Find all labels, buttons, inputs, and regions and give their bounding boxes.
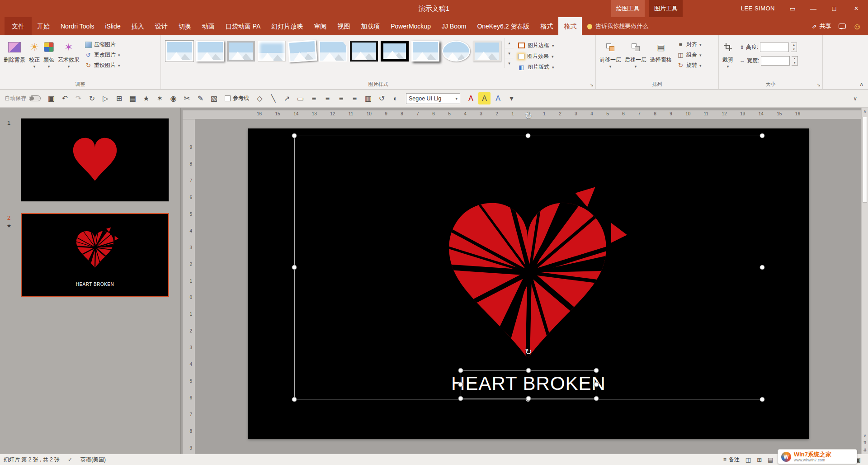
selection-handle[interactable] (458, 368, 463, 373)
start-slideshow-icon[interactable]: ▷ (99, 92, 112, 104)
picture-style-bevel[interactable] (473, 41, 501, 62)
font-color-icon[interactable]: A (465, 92, 477, 104)
notes-button[interactable]: ≡ 备注 (723, 456, 740, 464)
contrast-icon[interactable]: ◐ (389, 92, 401, 104)
undo-icon[interactable]: ↶ (59, 92, 71, 104)
format-painter-icon[interactable]: ✎ (194, 92, 207, 104)
scrollbar-thumb[interactable] (863, 117, 867, 203)
ribbon-tab-8[interactable]: 动画 (197, 17, 220, 35)
selection-handle[interactable] (594, 396, 599, 401)
picture-style-soft[interactable] (258, 41, 286, 62)
shapes-icon[interactable]: ◇ (254, 92, 266, 104)
width-input[interactable] (761, 56, 790, 66)
more-options-icon[interactable]: ▾ (505, 92, 518, 104)
previous-slide-icon[interactable]: ⇈ (862, 439, 868, 446)
selection-handle[interactable] (526, 396, 531, 401)
compress-picture-button[interactable]: 压缩图片 (85, 41, 120, 48)
slide-sorter-button[interactable]: ⊞ (757, 456, 762, 463)
ribbon-tab-5[interactable]: 插入 (126, 17, 150, 35)
picture-border-button[interactable]: 图片边框 ▾ (518, 42, 554, 49)
effects-icon[interactable]: ✶ (154, 92, 166, 104)
picture-style-black[interactable] (350, 41, 378, 62)
scroll-down-icon[interactable]: ∨ (862, 432, 868, 439)
selection-handle[interactable] (760, 133, 765, 138)
ribbon-tab-4[interactable]: iSlide (99, 17, 126, 35)
rotate-object-icon[interactable]: ↺ (376, 92, 388, 104)
ribbon-tab-1[interactable]: 文件 (5, 17, 32, 35)
ribbon-tab-12[interactable]: 视图 (332, 17, 355, 35)
selection-handle[interactable] (526, 133, 531, 138)
new-slide-icon[interactable]: ★ (140, 92, 152, 104)
gallery-scroll-up-icon[interactable]: ▴ (505, 38, 514, 48)
bring-forward-button[interactable]: 前移一层 ▾ (598, 38, 623, 80)
gallery-more-icon[interactable]: ▾ (505, 58, 514, 68)
picture-style-snip[interactable] (319, 41, 347, 62)
comment-icon[interactable] (839, 24, 846, 29)
line-icon[interactable]: ╲ (267, 92, 279, 104)
selection-handle[interactable] (458, 382, 463, 387)
tell-me-box[interactable]: 告诉我你想要做什么 (582, 17, 654, 35)
redo-icon[interactable]: ↷ (72, 92, 85, 104)
text-effects-icon[interactable]: A (492, 92, 504, 104)
rotate-handle-icon[interactable]: ↻ (525, 346, 532, 357)
ribbon-tab-3[interactable]: Nordri Tools (55, 17, 99, 35)
text-highlight-icon[interactable]: A (478, 92, 491, 104)
share-button[interactable]: ⇗ 共享 (812, 22, 831, 30)
selection-handle[interactable] (292, 133, 297, 138)
align-left-icon[interactable]: ≡ (308, 92, 320, 104)
ribbon-tab-7[interactable]: 切换 (173, 17, 197, 35)
cut-icon[interactable]: ✂ (181, 92, 193, 104)
horizontal-ruler[interactable]: 1615141312111098765432101234567891011121… (183, 110, 861, 119)
picture-style-simple[interactable] (165, 41, 193, 62)
dialog-launcher-icon[interactable]: ↘ (590, 82, 594, 87)
distribute-icon[interactable]: ▥ (362, 92, 374, 104)
ribbon-tab-16[interactable]: OneKey6.2 贺春版 (472, 17, 535, 35)
rotate-handle-icon[interactable]: ↻ (525, 111, 532, 121)
ribbon-tab-9[interactable]: 口袋动画 PA (220, 17, 266, 35)
ribbon-tab-18[interactable]: 格式 (558, 17, 582, 35)
text-box-icon[interactable]: ▭ (294, 92, 307, 104)
contextual-tab-drawing-tools[interactable]: 绘图工具 (611, 0, 645, 17)
crop-button[interactable]: 裁剪 ▾ (721, 38, 735, 80)
color-button[interactable]: 颜色 ▾ (42, 38, 56, 80)
width-stepper[interactable]: ▲▼ (792, 56, 798, 66)
picture-style-shadow[interactable] (196, 41, 224, 62)
picture-style-tilt[interactable] (288, 40, 317, 62)
selection-handle[interactable] (594, 368, 599, 373)
toolbar-chevron-icon[interactable]: ∨ (853, 95, 857, 102)
autosave-toggle[interactable]: 自动保存 (5, 95, 41, 102)
justify-icon[interactable]: ≡ (349, 92, 361, 104)
ribbon-tab-14[interactable]: PowerMockup (385, 17, 436, 35)
ribbon-display-options-icon[interactable]: ▭ (782, 0, 803, 17)
ribbon-tab-10[interactable]: 幻灯片放映 (266, 17, 308, 35)
group-button[interactable]: ◫ 组合 ▾ (677, 51, 702, 59)
save-icon[interactable]: ▣ (45, 92, 57, 104)
corrections-button[interactable]: ☀ 校正 ▾ (27, 38, 42, 80)
slide-1-thumbnail[interactable] (21, 118, 169, 202)
artistic-effects-button[interactable]: ✶ 艺术效果 ▾ (56, 38, 81, 80)
contextual-tab-picture-tools[interactable]: 图片工具 (649, 0, 683, 17)
ribbon-tab-2[interactable]: 开始 (32, 17, 55, 35)
normal-view-button[interactable]: ◫ (745, 456, 751, 463)
selection-handle[interactable] (292, 397, 297, 402)
settings-icon[interactable]: ◉ (167, 92, 179, 104)
selection-handle[interactable] (292, 265, 297, 270)
font-name-select[interactable]: Segoe UI Lig ▾ (406, 93, 460, 104)
dialog-launcher-icon[interactable]: ↘ (817, 82, 821, 87)
feedback-smiley-icon[interactable]: ☺ (853, 22, 862, 31)
reset-picture-button[interactable]: ↻ 重设图片 ▾ (85, 62, 120, 69)
grid-icon[interactable]: ⊞ (113, 92, 125, 104)
ribbon-tab-17[interactable]: 格式 (535, 17, 558, 35)
reading-view-button[interactable]: ▤ (768, 456, 773, 463)
spellcheck-icon[interactable]: ✓ (68, 456, 72, 463)
next-slide-icon[interactable]: ⇊ (862, 446, 868, 454)
selection-pane-button[interactable]: ▤ 选择窗格 (648, 38, 674, 80)
send-backward-button[interactable]: 后移一层 ▾ (623, 38, 648, 80)
repeat-icon[interactable]: ↻ (86, 92, 98, 104)
selection-handle[interactable] (458, 396, 463, 401)
remove-background-button[interactable]: 删除背景 (2, 38, 27, 80)
guides-checkbox[interactable]: 参考线 (225, 95, 249, 102)
ribbon-tab-11[interactable]: 审阅 (308, 17, 332, 35)
picture-style-black-thick[interactable] (381, 41, 409, 62)
collapse-ribbon-icon[interactable]: ∧ (859, 81, 863, 87)
